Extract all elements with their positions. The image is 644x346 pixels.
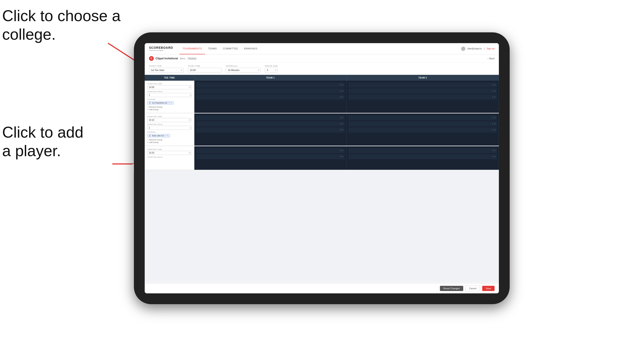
breadcrumb-info: C Clippd Invitational (Men) Hosting <box>149 56 197 61</box>
add-group-2[interactable]: + Add Group <box>147 141 192 144</box>
scoreboard-logo: SCOREBOARD Powered by clippd <box>149 46 173 51</box>
course-label-2: COURSE: <box>147 131 192 133</box>
group-block-2: STARTING TIME: ⏱ STARTING HOLE: 1 <box>145 114 499 146</box>
save-button[interactable]: Save <box>482 286 494 291</box>
time-input-3[interactable] <box>147 151 192 155</box>
hole-select-wrap-1[interactable]: 1 <box>147 93 192 97</box>
hole-select-2[interactable]: 1 <box>147 126 192 130</box>
player-row-3-t2-1[interactable]: × ✎ <box>348 148 497 153</box>
breadcrumb-bar: C Clippd Invitational (Men) Hosting ‹ Ba… <box>145 54 499 63</box>
x-icon: × <box>340 117 341 119</box>
player-row-2-t2-2[interactable]: × ✎ <box>348 121 497 126</box>
edit-icon: ✎ <box>342 129 344 131</box>
group-size-select-wrap[interactable]: 3 <box>265 68 278 72</box>
clippd-icon: C <box>149 56 154 61</box>
table-header: Tee Time Team 1 Team 2 <box>145 75 499 81</box>
remove-group-1[interactable]: ○ Remove Group <box>147 106 192 108</box>
player-row-3-t1-1[interactable]: × ✎ <box>196 148 345 153</box>
course-tag-icon-1: 🏌 <box>149 102 151 104</box>
group-size-select[interactable]: 3 <box>265 68 278 72</box>
player-row-1-t1-3[interactable]: × ✎ <box>196 94 345 100</box>
tablet-screen: SCOREBOARD Powered by clippd TOURNAMENTS… <box>145 43 499 293</box>
player-icons-1-t2-3: × ✎ <box>492 96 496 98</box>
time-input-wrap-1[interactable]: ⏱ <box>147 85 192 89</box>
time-input-wrap-2[interactable]: ⏱ <box>147 118 192 122</box>
reset-button[interactable]: Reset Changes <box>440 286 463 291</box>
logo-title: SCOREBOARD <box>149 46 173 49</box>
hole-select-1[interactable]: 1 <box>147 93 192 97</box>
player-row-2-t1-1[interactable]: × ✎ <box>196 115 345 120</box>
time-input-wrap-3[interactable]: ⏱ <box>147 151 192 155</box>
group-block-1: STARTING TIME: ⏱ STARTING HOLE: 1 <box>145 81 499 113</box>
course-edit-2[interactable]: ✎ <box>167 135 169 137</box>
content-area: STARTING TIME: ⏱ STARTING HOLE: 1 <box>145 81 499 282</box>
x-icon: × <box>340 150 341 152</box>
nav-tournaments[interactable]: TOURNAMENTS <box>180 43 205 54</box>
course-remove-1[interactable]: × <box>168 102 170 104</box>
x-icon: × <box>340 84 341 86</box>
group-row-3: STARTING TIME: ⏱ STARTING HOLE: × ✎ <box>145 146 499 170</box>
back-button[interactable]: ‹ Back <box>488 57 494 60</box>
team2-col-3: × ✎ × ✎ <box>346 146 499 170</box>
intervals-select-wrap[interactable]: 10 Minutes <box>226 68 260 72</box>
player-row-3-t2-2[interactable]: × ✎ <box>348 154 497 159</box>
player-row-2-t2-3[interactable]: × ✎ <box>348 127 497 133</box>
nav-teams[interactable]: TEAMS <box>205 43 220 54</box>
nav-signout[interactable]: Sign out <box>486 47 494 50</box>
annotation-add-player: Click to adda player. <box>2 123 83 160</box>
x-icon: × <box>340 123 341 125</box>
starting-hole-label-2: STARTING HOLE: <box>147 123 192 125</box>
player-row-2-t2-1[interactable]: × ✎ <box>348 115 497 120</box>
starting-time-label-2: STARTING TIME: <box>147 116 192 118</box>
team2-col-1: × ✎ × ✎ × <box>346 81 499 113</box>
course-name-2: East Lake GC <box>152 135 164 137</box>
start-time-input[interactable] <box>188 68 222 72</box>
edit-icon: ✎ <box>342 123 344 125</box>
intervals-label: Intervals <box>226 65 260 67</box>
form-row: Start Type 1st Tee Start Start Time Inte… <box>145 63 499 75</box>
nav-separator: | <box>484 47 484 50</box>
player-row-1-t2-3[interactable]: × ✎ <box>348 94 497 100</box>
nav-committee[interactable]: COMMITTEE <box>220 43 241 54</box>
x-icon: × <box>340 129 341 131</box>
course-tag-icon-2: 🏌 <box>149 135 151 137</box>
starting-time-label-1: STARTING TIME: <box>147 83 192 85</box>
nav-right: blair@clippd.io | Sign out <box>461 47 494 51</box>
th-tee-time: Tee Time <box>145 75 194 81</box>
player-row-1-t1-1[interactable]: × ✎ <box>196 82 345 88</box>
action-links-1: ○ Remove Group + Add Group <box>147 106 192 111</box>
intervals-select[interactable]: 10 Minutes <box>226 68 260 72</box>
starting-hole-label-3: STARTING HOLE: <box>147 156 192 158</box>
x-icon: × <box>492 156 493 158</box>
course-tag-1[interactable]: 🏌 (A) Peachtree GC × ✎ <box>147 101 174 105</box>
add-group-1[interactable]: + Add Group <box>147 109 192 111</box>
player-row-3-t1-2[interactable]: × ✎ <box>196 154 345 159</box>
course-edit-1[interactable]: ✎ <box>170 102 172 104</box>
tournament-title: Clippd Invitational <box>156 57 178 60</box>
edit-icon: ✎ <box>494 84 496 86</box>
time-input-2[interactable] <box>147 118 192 122</box>
player-row-1-t2-1[interactable]: × ✎ <box>348 82 497 88</box>
team1-col-3: × ✎ × ✎ <box>194 146 346 170</box>
edit-icon: ✎ <box>494 156 496 158</box>
x-icon: × <box>492 129 493 131</box>
time-input-1[interactable] <box>147 85 192 89</box>
edit-icon: ✎ <box>494 90 496 92</box>
player-row-2-t1-3[interactable]: × ✎ <box>196 127 345 133</box>
player-icons-1-t1-2: × ✎ <box>340 90 344 92</box>
cancel-button[interactable]: Cancel <box>466 286 480 291</box>
player-row-1-t1-2[interactable]: × ✎ <box>196 88 345 94</box>
start-type-select-wrap[interactable]: 1st Tee Start <box>149 68 184 72</box>
course-tag-2[interactable]: 🏌 East Lake GC × ✎ <box>147 134 170 137</box>
player-row-1-t2-2[interactable]: × ✎ <box>348 88 497 94</box>
nav-rankings[interactable]: RANKINGS <box>241 43 260 54</box>
annotation-choose-college: Click to choose acollege. <box>2 6 120 44</box>
course-remove-2[interactable]: × <box>165 135 166 137</box>
player-row-2-t1-2[interactable]: × ✎ <box>196 121 345 126</box>
remove-group-2[interactable]: ○ Remove Group <box>147 139 192 141</box>
tournament-tag: Hosting <box>187 57 197 60</box>
start-type-select[interactable]: 1st Tee Start <box>149 68 184 72</box>
clock-icon-1: ⏱ <box>189 86 191 88</box>
group-size-group: Group Size 3 <box>265 65 278 72</box>
hole-select-wrap-2[interactable]: 1 <box>147 126 192 130</box>
